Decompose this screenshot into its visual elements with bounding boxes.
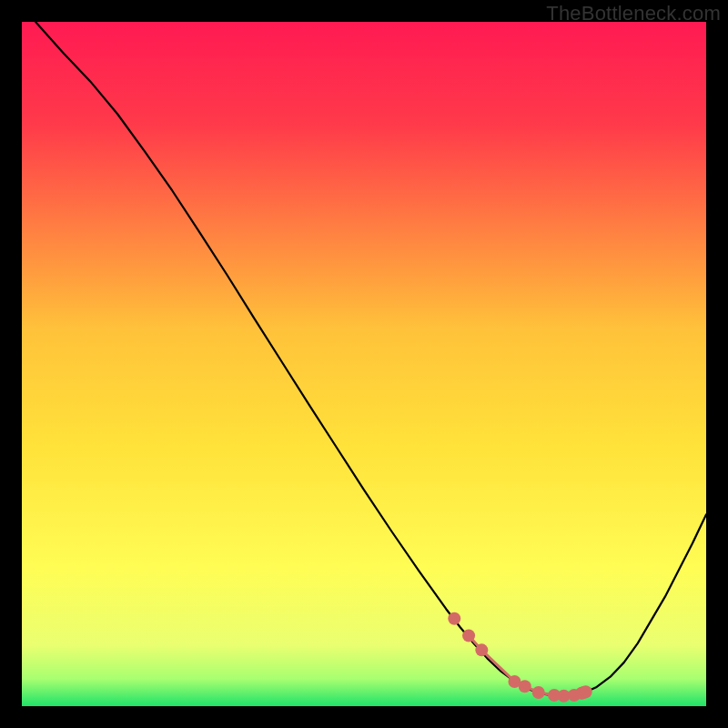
watermark-text: TheBottleneck.com [546,2,721,25]
sweet-spot-markers-point [448,612,460,625]
chart-plot-area [22,22,706,706]
sweet-spot-markers-point [580,685,592,698]
chart-svg [22,22,706,706]
